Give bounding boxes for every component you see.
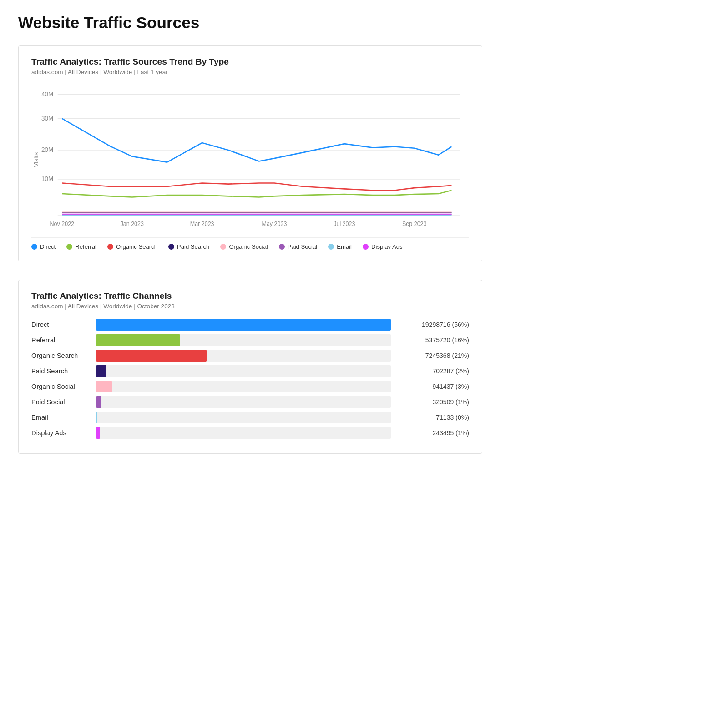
legend-dot — [31, 244, 37, 250]
bar-track — [96, 381, 391, 392]
bar-value: 5375720 (16%) — [396, 336, 469, 344]
svg-text:Visits: Visits — [33, 152, 40, 167]
bar-row: Paid Social 320509 (1%) — [31, 396, 469, 408]
trend-chart-title: Traffic Analytics: Traffic Sources Trend… — [31, 57, 469, 67]
trend-chart-subtitle: adidas.com | All Devices | Worldwide | L… — [31, 69, 469, 75]
legend-dot — [220, 244, 226, 250]
chart-legend: DirectReferralOrganic SearchPaid SearchO… — [31, 237, 469, 250]
bar-value: 7245368 (21%) — [396, 352, 469, 359]
svg-text:May 2023: May 2023 — [262, 221, 287, 228]
bar-fill — [96, 412, 97, 423]
bar-track — [96, 396, 391, 408]
svg-text:10M: 10M — [41, 175, 53, 183]
bar-track — [96, 350, 391, 362]
bar-row: Display Ads 243495 (1%) — [31, 427, 469, 439]
bar-fill — [96, 427, 100, 439]
bar-track — [96, 319, 391, 331]
legend-dot — [107, 244, 113, 250]
bar-label: Display Ads — [31, 429, 91, 437]
bar-fill — [96, 350, 207, 362]
legend-item: Referral — [66, 243, 96, 250]
svg-text:30M: 30M — [41, 114, 53, 122]
bar-row: Organic Social 941437 (3%) — [31, 381, 469, 392]
legend-label: Direct — [40, 243, 56, 250]
bar-value: 320509 (1%) — [396, 398, 469, 406]
legend-label: Organic Search — [116, 243, 157, 250]
page-title: Website Traffic Sources — [18, 14, 482, 32]
legend-dot — [279, 244, 285, 250]
legend-label: Email — [337, 243, 352, 250]
legend-dot — [168, 244, 174, 250]
svg-text:40M: 40M — [41, 90, 53, 98]
legend-dot — [66, 244, 72, 250]
bar-label: Paid Search — [31, 367, 91, 375]
legend-label: Display Ads — [371, 243, 403, 250]
legend-dot — [328, 244, 334, 250]
legend-item: Display Ads — [363, 243, 403, 250]
bar-row: Email 71133 (0%) — [31, 412, 469, 423]
bar-row: Organic Search 7245368 (21%) — [31, 350, 469, 362]
bar-row: Referral 5375720 (16%) — [31, 334, 469, 346]
bar-value: 71133 (0%) — [396, 414, 469, 421]
legend-item: Direct — [31, 243, 56, 250]
bar-label: Referral — [31, 336, 91, 344]
svg-text:Jul 2023: Jul 2023 — [334, 221, 355, 228]
bar-fill — [96, 365, 106, 377]
bar-fill — [96, 319, 391, 331]
bar-label: Email — [31, 414, 91, 421]
svg-text:Mar 2023: Mar 2023 — [190, 221, 214, 228]
legend-dot — [363, 244, 369, 250]
trend-chart-section: Traffic Analytics: Traffic Sources Trend… — [18, 45, 482, 261]
legend-label: Paid Search — [177, 243, 209, 250]
legend-label: Organic Social — [229, 243, 268, 250]
bar-fill — [96, 334, 180, 346]
legend-label: Referral — [75, 243, 96, 250]
legend-item: Paid Social — [279, 243, 318, 250]
bar-track — [96, 365, 391, 377]
svg-text:Sep 2023: Sep 2023 — [402, 221, 426, 228]
bar-row: Direct 19298716 (56%) — [31, 319, 469, 331]
svg-text:20M: 20M — [41, 146, 53, 154]
bar-label: Direct — [31, 321, 91, 328]
svg-text:Jan 2023: Jan 2023 — [121, 221, 144, 228]
bar-value: 941437 (3%) — [396, 383, 469, 390]
bar-track — [96, 334, 391, 346]
line-chart-svg: 40M 30M 20M 10M Visits Nov 2022 Jan 2023… — [31, 85, 469, 230]
legend-item: Paid Search — [168, 243, 209, 250]
legend-item: Organic Social — [220, 243, 268, 250]
bar-fill — [96, 381, 112, 392]
bar-fill — [96, 396, 101, 408]
bar-track — [96, 412, 391, 423]
bar-chart: Direct 19298716 (56%) Referral 5375720 (… — [31, 319, 469, 439]
line-chart-area: 40M 30M 20M 10M Visits Nov 2022 Jan 2023… — [31, 85, 469, 230]
legend-label: Paid Social — [288, 243, 318, 250]
bar-label: Organic Search — [31, 352, 91, 359]
channels-chart-subtitle: adidas.com | All Devices | Worldwide | O… — [31, 303, 469, 310]
legend-item: Email — [328, 243, 352, 250]
bar-row: Paid Search 702287 (2%) — [31, 365, 469, 377]
bar-value: 19298716 (56%) — [396, 321, 469, 328]
channels-chart-title: Traffic Analytics: Traffic Channels — [31, 291, 469, 301]
bar-label: Paid Social — [31, 398, 91, 406]
legend-item: Organic Search — [107, 243, 157, 250]
bar-track — [96, 427, 391, 439]
bar-label: Organic Social — [31, 383, 91, 390]
channels-chart-section: Traffic Analytics: Traffic Channels adid… — [18, 280, 482, 454]
svg-text:Nov 2022: Nov 2022 — [50, 221, 74, 228]
bar-value: 702287 (2%) — [396, 367, 469, 375]
bar-value: 243495 (1%) — [396, 429, 469, 437]
